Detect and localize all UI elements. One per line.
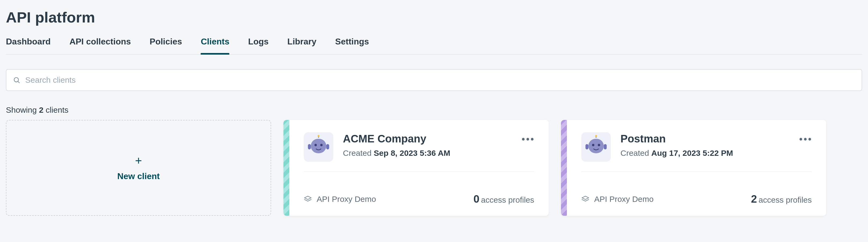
svg-rect-12 <box>588 139 604 153</box>
tabs-nav: Dashboard API collections Policies Clien… <box>6 37 862 55</box>
collection-name: API Proxy Demo <box>594 195 654 204</box>
svg-line-1 <box>18 81 19 83</box>
divider <box>304 171 534 172</box>
svg-marker-17 <box>582 196 589 200</box>
search-input[interactable] <box>25 75 855 84</box>
tab-settings[interactable]: Settings <box>335 37 369 54</box>
svg-rect-5 <box>308 144 311 149</box>
client-card[interactable]: Postman Created Aug 17, 2023 5:22 PM ••• <box>561 120 826 216</box>
plus-icon: + <box>135 155 142 167</box>
created-date: Aug 17, 2023 5:22 PM <box>651 148 733 158</box>
tab-clients[interactable]: Clients <box>201 37 229 54</box>
search-icon <box>13 76 20 84</box>
new-client-button[interactable]: + New client <box>6 120 271 216</box>
avatar <box>304 132 333 162</box>
profiles-label: access profiles <box>481 196 534 204</box>
tab-api-collections[interactable]: API collections <box>69 37 131 54</box>
page-title: API platform <box>6 8 862 26</box>
access-profiles: 0access profiles <box>473 193 534 205</box>
layers-icon <box>581 195 589 203</box>
showing-prefix: Showing <box>6 105 39 114</box>
created-line: Created Aug 17, 2023 5:22 PM <box>620 148 790 158</box>
created-prefix: Created <box>620 148 651 158</box>
created-date: Sep 8, 2023 5:36 AM <box>374 148 450 158</box>
divider <box>581 171 812 172</box>
collection-name: API Proxy Demo <box>317 195 376 204</box>
svg-rect-4 <box>311 139 326 153</box>
profiles-label: access profiles <box>759 196 812 204</box>
more-menu-button[interactable]: ••• <box>800 133 812 145</box>
svg-point-16 <box>598 144 600 146</box>
svg-point-15 <box>592 144 594 146</box>
tab-dashboard[interactable]: Dashboard <box>6 37 51 54</box>
avatar <box>581 132 611 162</box>
showing-count: Showing 2 clients <box>6 105 862 114</box>
svg-point-3 <box>317 135 319 137</box>
svg-rect-6 <box>326 144 329 149</box>
svg-rect-14 <box>604 144 607 149</box>
showing-suffix: clients <box>43 105 68 114</box>
layers-icon <box>304 195 312 203</box>
card-stripe <box>561 120 567 216</box>
svg-marker-9 <box>305 196 311 200</box>
more-menu-button[interactable]: ••• <box>522 133 534 145</box>
search-field[interactable] <box>6 69 862 91</box>
more-icon: ••• <box>799 134 812 145</box>
new-client-label: New client <box>117 171 160 181</box>
svg-point-7 <box>314 144 317 146</box>
robot-icon <box>584 135 608 159</box>
created-line: Created Sep 8, 2023 5:36 AM <box>343 148 513 158</box>
profiles-count: 2 <box>751 193 757 205</box>
profiles-count: 0 <box>473 193 479 205</box>
access-profiles: 2access profiles <box>751 193 812 205</box>
svg-point-11 <box>595 135 597 137</box>
showing-number: 2 <box>39 105 43 114</box>
robot-icon <box>307 135 331 159</box>
tab-policies[interactable]: Policies <box>150 37 182 54</box>
client-name: ACME Company <box>343 133 513 145</box>
tab-library[interactable]: Library <box>287 37 316 54</box>
client-card[interactable]: ACME Company Created Sep 8, 2023 5:36 AM… <box>283 120 549 216</box>
more-icon: ••• <box>522 134 535 145</box>
tab-logs[interactable]: Logs <box>248 37 269 54</box>
card-stripe <box>283 120 289 216</box>
svg-point-8 <box>320 144 322 146</box>
collection-link[interactable]: API Proxy Demo <box>581 195 654 204</box>
client-name: Postman <box>620 133 790 145</box>
created-prefix: Created <box>343 148 374 158</box>
collection-link[interactable]: API Proxy Demo <box>304 195 376 204</box>
svg-rect-13 <box>585 144 588 149</box>
